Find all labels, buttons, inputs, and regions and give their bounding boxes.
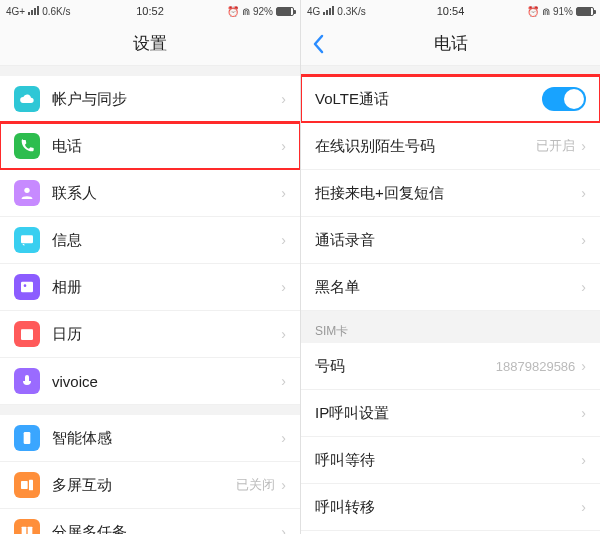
row-label: 电话 bbox=[52, 137, 281, 156]
chevron-right-icon: › bbox=[281, 326, 286, 342]
net-speed: 0.6K/s bbox=[42, 6, 70, 17]
list-item[interactable]: 相册› bbox=[0, 264, 300, 311]
split-icon bbox=[14, 519, 40, 534]
svg-rect-9 bbox=[29, 480, 33, 491]
list-item[interactable]: 呼叫等待› bbox=[301, 437, 600, 484]
page-title: 电话 bbox=[434, 32, 468, 55]
navbar: 设置 bbox=[0, 22, 300, 66]
row-label: 帐户与同步 bbox=[52, 90, 281, 109]
battery-icon bbox=[276, 7, 294, 16]
chevron-right-icon: › bbox=[281, 232, 286, 248]
settings-list[interactable]: 帐户与同步›电话›联系人›信息›相册›日历›vivoice›智能体感›多屏互动已… bbox=[0, 66, 300, 534]
row-label: 呼叫等待 bbox=[315, 451, 581, 470]
list-item[interactable]: 拒接来电+回复短信› bbox=[301, 170, 600, 217]
phone-icon bbox=[14, 133, 40, 159]
multi-icon bbox=[14, 472, 40, 498]
album-icon bbox=[14, 274, 40, 300]
row-label: 呼叫转移 bbox=[315, 498, 581, 517]
chevron-right-icon: › bbox=[281, 477, 286, 493]
network-type: 4G bbox=[307, 6, 320, 17]
row-label: VoLTE通话 bbox=[315, 90, 542, 109]
row-label: 相册 bbox=[52, 278, 281, 297]
row-label: 黑名单 bbox=[315, 278, 581, 297]
row-label: 号码 bbox=[315, 357, 496, 376]
list-item[interactable]: 在线识别陌生号码已开启› bbox=[301, 123, 600, 170]
row-label: 信息 bbox=[52, 231, 281, 250]
chevron-right-icon: › bbox=[281, 279, 286, 295]
row-label: 在线识别陌生号码 bbox=[315, 137, 536, 156]
battery-icon bbox=[576, 7, 594, 16]
svg-rect-1 bbox=[21, 235, 33, 243]
cal-icon bbox=[14, 321, 40, 347]
list-item[interactable]: 日历› bbox=[0, 311, 300, 358]
row-label: vivoice bbox=[52, 373, 281, 390]
chevron-right-icon: › bbox=[281, 524, 286, 534]
list-item[interactable]: 分屏多任务› bbox=[0, 509, 300, 534]
msg-icon bbox=[14, 227, 40, 253]
row-value: 18879829586 bbox=[496, 359, 576, 374]
list-item[interactable]: 号码18879829586› bbox=[301, 343, 600, 390]
status-bar: 4G+ 0.6K/s 10:52 ⏰ ⋒ 92% bbox=[0, 0, 300, 22]
row-label: 联系人 bbox=[52, 184, 281, 203]
list-item[interactable]: vivoice› bbox=[0, 358, 300, 405]
row-label: 多屏互动 bbox=[52, 476, 236, 495]
svg-rect-11 bbox=[28, 527, 33, 534]
list-item[interactable]: 电话› bbox=[0, 123, 300, 170]
battery-pct: 92% bbox=[253, 6, 273, 17]
status-bar: 4G 0.3K/s 10:54 ⏰ ⋒ 91% bbox=[301, 0, 600, 22]
toggle-switch[interactable] bbox=[542, 87, 586, 111]
list-item[interactable]: 智能体感› bbox=[0, 415, 300, 462]
chevron-right-icon: › bbox=[581, 499, 586, 515]
svg-point-3 bbox=[24, 284, 27, 287]
wifi-icon: ⋒ bbox=[242, 6, 250, 17]
svg-rect-10 bbox=[22, 527, 27, 534]
list-item[interactable]: 通话录音› bbox=[301, 217, 600, 264]
contacts-icon bbox=[14, 180, 40, 206]
svg-rect-7 bbox=[24, 432, 31, 444]
chevron-right-icon: › bbox=[281, 138, 286, 154]
list-item[interactable]: 呼叫转移› bbox=[301, 484, 600, 531]
svg-rect-5 bbox=[21, 329, 33, 332]
list-item[interactable]: 联系人› bbox=[0, 170, 300, 217]
page-title: 设置 bbox=[133, 32, 167, 55]
back-button[interactable] bbox=[311, 22, 325, 65]
chevron-right-icon: › bbox=[581, 185, 586, 201]
svg-rect-2 bbox=[21, 282, 33, 293]
wifi-icon: ⋒ bbox=[542, 6, 550, 17]
row-label: IP呼叫设置 bbox=[315, 404, 581, 423]
list-item[interactable]: 信息› bbox=[0, 217, 300, 264]
chevron-right-icon: › bbox=[281, 430, 286, 446]
row-value: 已开启 bbox=[536, 137, 575, 155]
row-label: 智能体感 bbox=[52, 429, 281, 448]
chevron-right-icon: › bbox=[281, 91, 286, 107]
row-label: 通话录音 bbox=[315, 231, 581, 250]
net-speed: 0.3K/s bbox=[337, 6, 365, 17]
phone-settings-list[interactable]: VoLTE通话在线识别陌生号码已开启›拒接来电+回复短信›通话录音›黑名单›SI… bbox=[301, 66, 600, 534]
chevron-right-icon: › bbox=[581, 452, 586, 468]
list-item[interactable]: IP呼叫设置› bbox=[301, 390, 600, 437]
voice-icon bbox=[14, 368, 40, 394]
list-item[interactable]: VoLTE通话 bbox=[301, 76, 600, 123]
network-type: 4G+ bbox=[6, 6, 25, 17]
list-item[interactable]: 帐户与同步› bbox=[0, 76, 300, 123]
list-item[interactable]: 黑名单› bbox=[301, 264, 600, 311]
svg-point-0 bbox=[24, 188, 29, 193]
chevron-right-icon: › bbox=[581, 405, 586, 421]
chevron-right-icon: › bbox=[281, 373, 286, 389]
signal-icon bbox=[323, 7, 334, 15]
chevron-right-icon: › bbox=[581, 358, 586, 374]
section-header: SIM卡 bbox=[301, 311, 600, 343]
navbar: 电话 bbox=[301, 22, 600, 66]
phone-settings-screen: 4G 0.3K/s 10:54 ⏰ ⋒ 91% 电话 VoLTE通话在线识别陌生… bbox=[300, 0, 600, 534]
chevron-right-icon: › bbox=[581, 232, 586, 248]
chevron-right-icon: › bbox=[281, 185, 286, 201]
list-item[interactable]: 多屏互动已关闭› bbox=[0, 462, 300, 509]
chevron-right-icon: › bbox=[581, 279, 586, 295]
alarm-icon: ⏰ bbox=[227, 6, 239, 17]
svg-rect-8 bbox=[21, 481, 28, 489]
smart-icon bbox=[14, 425, 40, 451]
chevron-right-icon: › bbox=[581, 138, 586, 154]
row-label: 日历 bbox=[52, 325, 281, 344]
row-value: 已关闭 bbox=[236, 476, 275, 494]
settings-screen: 4G+ 0.6K/s 10:52 ⏰ ⋒ 92% 设置 帐户与同步›电话›联系人… bbox=[0, 0, 300, 534]
